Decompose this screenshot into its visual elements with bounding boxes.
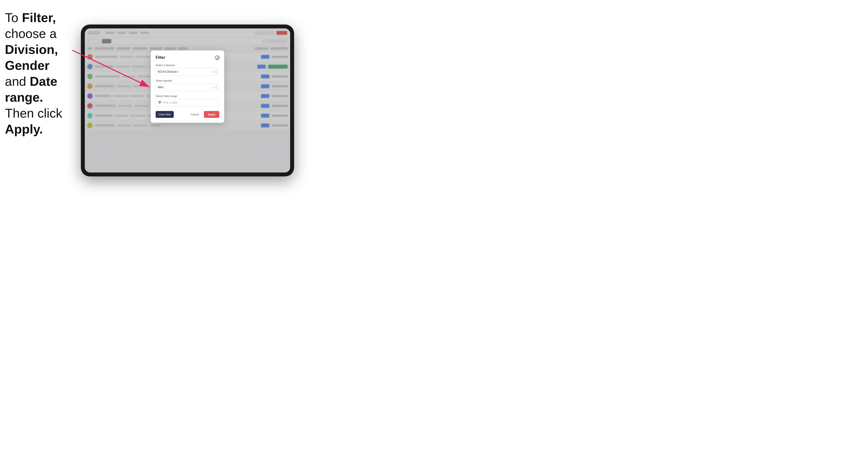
gender-label: Select gender (156, 79, 219, 82)
modal-close-button[interactable]: × (215, 55, 219, 60)
date-label: Select Date range (156, 95, 219, 97)
division-value: NCAA Division I (158, 70, 179, 73)
modal-actions-right: Cancel Apply (188, 111, 219, 118)
gender-value: Men (158, 86, 163, 89)
arrow-down-icon: ▼ (215, 72, 217, 74)
date-field-group: Select Date range 📅 Pick a date (156, 95, 219, 106)
gender-field-group: Select gender Men × ▲ ▼ (156, 79, 219, 91)
apply-button[interactable]: Apply (204, 111, 219, 118)
division-select[interactable]: NCAA Division I × ▲ ▼ (156, 68, 219, 76)
arrow-up-icon: ▲ (215, 70, 217, 72)
modal-actions: Clear filter Cancel Apply (156, 111, 219, 118)
division-controls: × ▲ ▼ (213, 70, 217, 74)
instruction-line1: To Filter, choose a (5, 10, 57, 41)
gender-clear-icon[interactable]: × (213, 86, 214, 89)
tablet-frame: Filter × Select a division NCAA Division… (81, 25, 294, 177)
date-input[interactable]: 📅 Pick a date (156, 99, 219, 106)
filter-modal: Filter × Select a division NCAA Division… (151, 51, 224, 123)
tablet-screen: Filter × Select a division NCAA Division… (85, 28, 290, 173)
arrow-up-icon: ▲ (215, 85, 217, 87)
modal-header: Filter × (156, 55, 219, 60)
division-clear-icon[interactable]: × (213, 70, 214, 73)
date-placeholder: Pick a date (163, 101, 178, 104)
cancel-button[interactable]: Cancel (188, 111, 202, 118)
arrow-down-icon: ▼ (215, 88, 217, 89)
modal-overlay: Filter × Select a division NCAA Division… (85, 28, 290, 173)
division-arrows: ▲ ▼ (215, 70, 217, 74)
instruction-line3: and Date range. (5, 74, 57, 104)
gender-arrows: ▲ ▼ (215, 85, 217, 89)
gender-select[interactable]: Men × ▲ ▼ (156, 83, 219, 91)
modal-title: Filter (156, 55, 165, 60)
calendar-icon: 📅 (158, 101, 161, 104)
clear-filter-button[interactable]: Clear filter (156, 111, 174, 118)
instruction-line4: Then click Apply. (5, 106, 62, 136)
division-field-group: Select a division NCAA Division I × ▲ ▼ (156, 64, 219, 76)
instruction-text: To Filter, choose a Division, Gender and… (5, 10, 81, 137)
division-label: Select a division (156, 64, 219, 67)
instruction-division-gender: Division, Gender (5, 42, 58, 72)
gender-controls: × ▲ ▼ (213, 85, 217, 89)
